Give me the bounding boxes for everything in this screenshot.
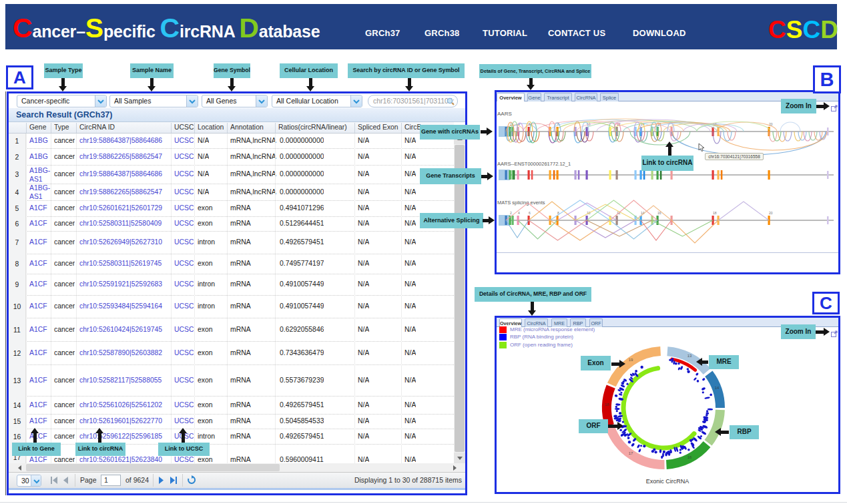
svg-text:18: 18 [605, 403, 609, 407]
svg-text:19: 19 [629, 358, 633, 362]
svg-text:13: 13 [687, 354, 692, 358]
svg-text:4: 4 [518, 211, 520, 215]
svg-text:18: 18 [713, 211, 717, 215]
svg-text:17: 17 [629, 451, 633, 455]
svg-text:14: 14 [715, 386, 720, 390]
svg-text:MATS splicing events: MATS splicing events [497, 200, 545, 206]
svg-text:AARS: AARS [497, 111, 512, 117]
svg-text:AARS--ENST00000261772.12_1: AARS--ENST00000261772.12_1 [497, 161, 571, 167]
svg-text:2: 2 [510, 211, 512, 215]
svg-text:6: 6 [529, 211, 531, 215]
svg-text:20: 20 [769, 211, 773, 215]
svg-text:16: 16 [687, 455, 692, 459]
